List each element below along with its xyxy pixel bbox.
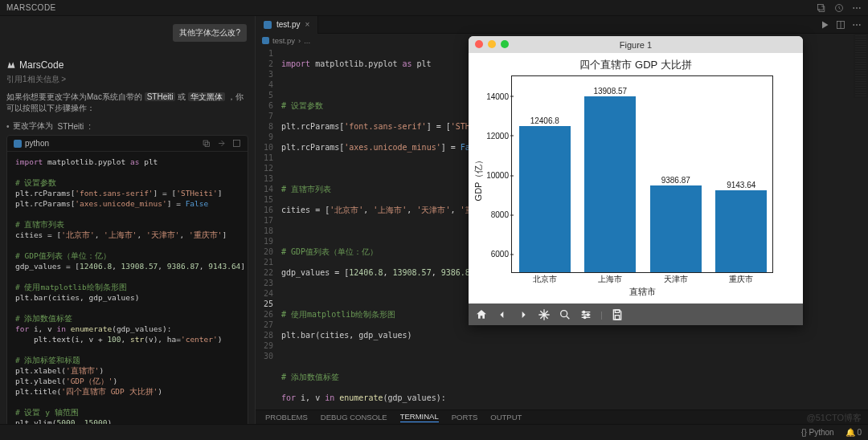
close-icon[interactable]: × [305, 20, 309, 29]
bar [715, 190, 767, 272]
svg-point-13 [856, 24, 858, 26]
window-titlebar[interactable]: Figure 1 [469, 36, 803, 53]
svg-point-17 [587, 313, 589, 316]
more-icon[interactable] [852, 20, 862, 30]
split-icon[interactable] [836, 20, 845, 30]
x-tick: 上海市 [598, 274, 622, 285]
status-notifications[interactable]: 🔔 0 [845, 428, 862, 437]
svg-point-15 [561, 310, 567, 316]
svg-rect-6 [205, 142, 210, 147]
back-icon[interactable] [496, 308, 509, 321]
bar-label: 12406.8 [530, 116, 559, 125]
x-tick: 北京市 [533, 274, 557, 285]
python-icon [264, 21, 272, 29]
code-body[interactable]: import matplotlib.pyplot as plt # 设置参数 p… [7, 152, 248, 424]
x-tick: 天津市 [664, 274, 688, 285]
app-title: MARSCODE [6, 3, 56, 12]
more-icon[interactable] [852, 3, 862, 13]
svg-point-3 [856, 7, 858, 9]
reference-note[interactable]: 引用1相关信息 > [6, 74, 248, 85]
plot-toolbar: | [469, 304, 803, 325]
tab-testpy[interactable]: test.py × [256, 16, 318, 34]
home-icon[interactable] [475, 308, 488, 321]
zoom-window-icon[interactable] [501, 40, 509, 48]
window-title: Figure 1 [620, 40, 652, 50]
bar [519, 126, 571, 272]
chat-panel: 其他字体怎么改? MarsCode 引用1相关信息 > 如果你想要更改字体为Ma… [0, 16, 256, 424]
bar [650, 185, 702, 272]
copy-icon[interactable] [202, 139, 211, 148]
title-bar: MARSCODE [0, 0, 868, 16]
save-icon[interactable] [611, 308, 624, 321]
x-axis-label: 直辖市 [511, 286, 773, 298]
bar-label: 13908.57 [593, 87, 627, 96]
lang-badge: python [14, 139, 49, 148]
assistant-heading: MarsCode [6, 59, 248, 71]
svg-rect-0 [818, 4, 824, 10]
watermark: @51CTO博客 [807, 412, 862, 424]
matplotlib-window[interactable]: Figure 1 四个直辖市 GDP 大比拼 GDP（亿） 6000800010… [469, 36, 803, 325]
assistant-paragraph: 如果你想要更改字体为Mac系统自带的 STHeiti 或 华文黑体 ，你可以按照… [6, 92, 248, 114]
svg-point-14 [859, 24, 861, 26]
insert-icon[interactable] [217, 139, 226, 148]
panel-tab-problems[interactable]: PROBLEMS [265, 413, 308, 422]
svg-rect-20 [615, 315, 619, 319]
close-window-icon[interactable] [475, 40, 483, 48]
minimize-window-icon[interactable] [488, 40, 496, 48]
status-language[interactable]: {} Python [801, 428, 834, 437]
svg-point-2 [853, 7, 854, 9]
panel-tab-ports[interactable]: PORTS [452, 413, 478, 422]
panel-tab-output[interactable]: OUTPUT [490, 413, 522, 422]
svg-point-16 [583, 311, 585, 313]
bar-label: 9143.64 [727, 181, 755, 189]
svg-rect-5 [203, 141, 208, 145]
editor-panel: test.py × test.py›... 123456789101112131… [256, 16, 868, 424]
bar-label: 9386.87 [661, 176, 690, 185]
minimap[interactable] [854, 34, 868, 98]
bar [584, 96, 636, 272]
new-icon[interactable] [817, 3, 826, 13]
user-chip: 其他字体怎么改? [173, 24, 247, 42]
y-tick: 8000 [477, 210, 509, 219]
status-bar: {} Python 🔔 0 [0, 424, 868, 440]
y-tick: 10000 [477, 171, 509, 180]
configure-icon[interactable] [579, 308, 592, 321]
forward-icon[interactable] [517, 308, 530, 321]
y-tick: 6000 [477, 250, 509, 259]
apply-icon[interactable] [232, 139, 241, 148]
panel-tab-debug-console[interactable]: DEBUG CONSOLE [321, 413, 387, 422]
code-block-1: python import matplotlib.pyplot as plt #… [6, 135, 248, 424]
zoom-icon[interactable] [559, 308, 571, 321]
plot-canvas: 四个直辖市 GDP 大比拼 GDP（亿） 6000800010000120001… [469, 53, 803, 304]
svg-point-12 [853, 24, 854, 26]
history-icon[interactable] [834, 3, 844, 13]
y-tick: 12000 [477, 131, 509, 140]
axes: 60008000100001200014000北京市12406.8上海市1390… [511, 75, 773, 273]
line-gutter: 1234567891011121314151617181920212223242… [256, 47, 278, 424]
y-tick: 14000 [477, 92, 509, 100]
svg-rect-19 [615, 310, 619, 312]
tab-bar: test.py × [256, 16, 868, 34]
x-tick: 重庆市 [729, 274, 753, 285]
panel-tab-terminal[interactable]: TERMINAL [400, 412, 439, 422]
svg-point-18 [583, 316, 586, 319]
bullet-stheiti: 更改字体为 STHeiti : [6, 120, 248, 132]
chart-title: 四个直辖市 GDP 大比拼 [469, 58, 803, 72]
svg-point-4 [859, 7, 861, 9]
pan-icon[interactable] [538, 308, 551, 321]
panel-tabs: PROBLEMSDEBUG CONSOLETERMINALPORTSOUTPUT [256, 409, 868, 424]
svg-rect-7 [233, 140, 240, 146]
run-icon[interactable] [820, 20, 829, 30]
